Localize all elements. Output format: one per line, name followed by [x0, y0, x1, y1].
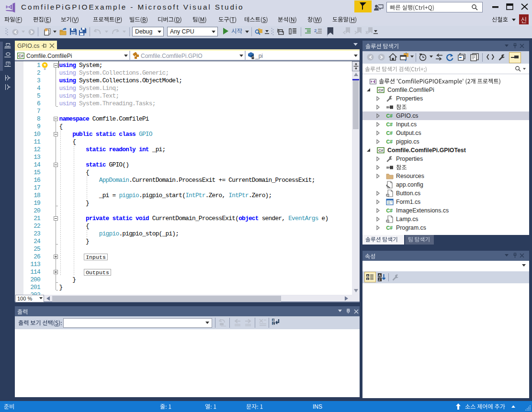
- svg-text:ab: ab: [272, 318, 276, 322]
- svg-text:C#: C#: [386, 208, 393, 213]
- svg-text:C#: C#: [378, 148, 384, 153]
- svg-text:C#: C#: [386, 113, 393, 119]
- svg-text:C#: C#: [386, 225, 393, 231]
- svg-text:C#: C#: [18, 54, 23, 58]
- svg-text:C#: C#: [386, 139, 393, 145]
- svg-text:2: 2: [314, 28, 317, 33]
- svg-text:C#: C#: [386, 122, 393, 127]
- svg-text:A: A: [378, 273, 381, 278]
- svg-text:C#: C#: [386, 130, 393, 136]
- svg-text:C#: C#: [378, 88, 384, 92]
- svg-text:Z: Z: [378, 278, 381, 281]
